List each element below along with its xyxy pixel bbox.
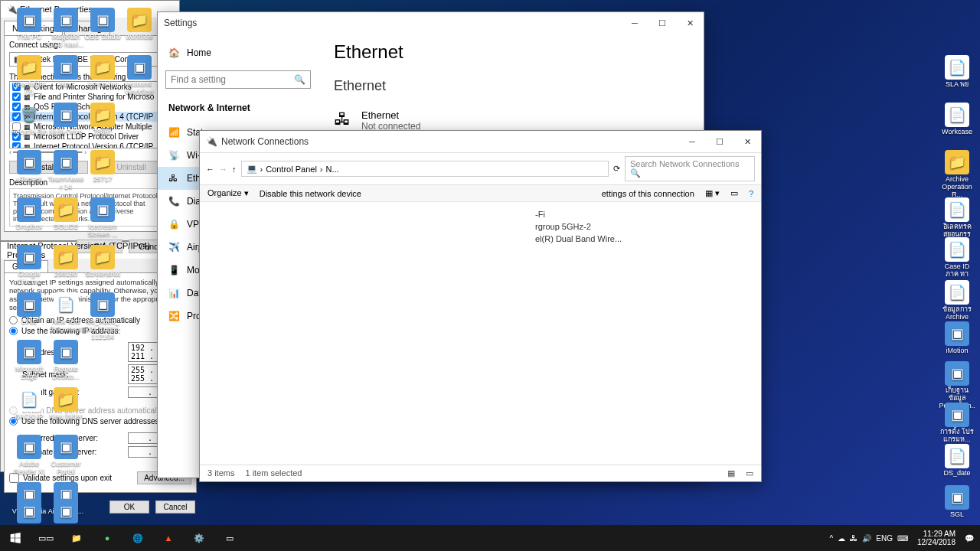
icon-label: This PC (11, 34, 47, 41)
settings-title: Settings (164, 18, 621, 28)
desktop-icon[interactable]: ▣iMotion (939, 321, 975, 355)
icon-label: SLA พย (939, 81, 975, 89)
icon-label: New folder (47, 413, 84, 421)
desktop-icon[interactable]: ▣This PC (11, 8, 47, 41)
desktop-icon[interactable]: 📁workflow (121, 8, 158, 41)
desktop-icon[interactable]: 📁Archive Operation R... (939, 150, 975, 199)
nav-icon: 📶 (168, 127, 179, 138)
search-input[interactable] (171, 74, 294, 85)
desktop-icon[interactable]: ▣Motion4 Workflow (121, 55, 158, 96)
desktop-icon[interactable]: 📁New folder (47, 387, 84, 421)
icon-label: Customer Portal (47, 461, 84, 476)
desktop-icon[interactable]: 📄Case ID ภาค ทา (939, 237, 975, 279)
desktop-icon[interactable]: ▣Multi-Drive (47, 103, 84, 136)
tray-language[interactable]: ENG (876, 534, 893, 543)
netconn-titlebar[interactable]: 🔌 Network Connections ─ ☐ ✕ (200, 131, 761, 152)
icon-glyph: 📄 (17, 387, 41, 412)
tray-volume-icon[interactable]: 🔊 (862, 534, 871, 543)
desktop-icon[interactable]: 📄BACKUP (11, 387, 47, 421)
desktop-icon[interactable]: 📄Workcase (939, 103, 975, 136)
help-icon[interactable]: ? (749, 189, 753, 198)
icon-glyph: 📁 (127, 8, 152, 32)
tray-chevron-icon[interactable]: ^ (830, 534, 834, 543)
tray-ime-icon[interactable]: ⌨ (897, 534, 908, 543)
desktop-icon[interactable]: 🗑️Recycle Bin (11, 103, 47, 136)
desktop-icon[interactable]: ▣Nox (47, 55, 84, 89)
desktop-icon[interactable]: ▣Google Chrome (11, 245, 47, 286)
desktop-icon[interactable]: 📁SGLID2 (47, 197, 84, 231)
icon-label: OBS Studio (84, 34, 121, 41)
minimize-button[interactable]: ─ (678, 131, 706, 152)
close-button[interactable]: ✕ (676, 12, 704, 34)
icon-label: Icecream Screen ... (84, 223, 121, 239)
refresh-button[interactable]: ⟳ (613, 164, 620, 174)
task-view-button[interactable]: ▭▭ (31, 525, 61, 551)
maximize-button[interactable]: ☐ (648, 12, 676, 34)
desktop-icon[interactable]: 📁25717 (84, 150, 121, 184)
organize-menu[interactable]: Organize ▾ (207, 188, 249, 198)
desktop-icon[interactable]: 📁As-run log (84, 55, 121, 89)
minimize-button[interactable]: ─ (621, 12, 648, 34)
tray-network-icon[interactable]: 🖧 (850, 534, 858, 543)
desktop-icon[interactable]: ▣ice_video_201 81224-112104 (84, 292, 121, 341)
desktop-icon[interactable]: ▣Icecream Screen ... (84, 197, 121, 239)
view-large-icon[interactable]: ▭ (746, 468, 753, 478)
start-button[interactable] (0, 525, 31, 551)
up-button[interactable]: ↑ (232, 165, 237, 174)
settings-titlebar[interactable]: Settings ─ ☐ ✕ (158, 12, 704, 34)
desktop-icon[interactable]: 📄SLA พย (939, 55, 975, 89)
nav-home[interactable]: 🏠Home (158, 41, 318, 64)
desktop-icon[interactable]: ▣SGL (939, 485, 975, 519)
desktop-icon[interactable]: 📄ข้อมูลการ Archive (939, 280, 975, 321)
nav-icon: 🔀 (168, 311, 179, 321)
desktop-icon[interactable]: ▣Customer Portal (47, 435, 84, 476)
forward-button[interactable]: → (219, 165, 227, 174)
desktop-icon[interactable]: ▣Remote Deskto... (47, 340, 84, 381)
view-details-icon[interactable]: ▦ (727, 468, 735, 478)
desktop-icon[interactable]: ▣การตั้ง โปรแกรมห... (939, 403, 975, 444)
taskbar-app[interactable]: ● (92, 525, 122, 551)
view-icon[interactable]: ▦ ▾ (705, 188, 720, 198)
taskbar-app[interactable]: 🌐 (122, 525, 153, 551)
tray-onedrive-icon[interactable]: ☁ (838, 534, 845, 543)
taskbar-app[interactable]: 📁 (61, 525, 92, 551)
desktop-icon[interactable]: ▣Microsoft Edge (11, 340, 47, 381)
desktop-icon[interactable]: 📄New Text Document (47, 292, 84, 334)
desktop-icon[interactable]: 📁298160 (47, 245, 84, 279)
desktop-icon[interactable]: ▣TeamViewer 14 (47, 150, 84, 191)
taskbar-app[interactable]: ⚙️ (184, 525, 214, 551)
status-selected: 1 item selected (245, 468, 302, 478)
back-button[interactable]: ← (206, 165, 214, 174)
notifications-icon[interactable]: 💬 (965, 534, 974, 543)
desktop-icon[interactable]: ▣LINE (11, 292, 47, 326)
disable-device[interactable]: Disable this network device (260, 189, 361, 198)
desktop-icon[interactable]: ▣OBS Studio (84, 8, 121, 41)
desktop-icon[interactable]: ▣Magellan CCS Navi... (47, 8, 84, 49)
desktop-icon[interactable]: ▣uTorrent (11, 150, 47, 184)
desktop-icon[interactable]: ▣Dropbox (11, 197, 47, 231)
search-box[interactable]: Search Network Connections 🔍 (625, 156, 755, 181)
desktop-icon[interactable]: 📁Screenshot (84, 245, 121, 279)
clock[interactable]: 11:29 AM 12/24/2018 (913, 530, 960, 546)
settings-search[interactable]: 🔍 (165, 70, 311, 89)
address-bar[interactable]: 💻›Control Panel›N... (241, 161, 609, 177)
desktop-icon[interactable]: 📁78861 (84, 103, 121, 136)
network-item[interactable]: -Fi (535, 208, 755, 220)
icon-glyph: 📁 (945, 150, 969, 174)
network-item[interactable]: rgroup 5GHz-2 (535, 220, 755, 233)
icon-label: ข้อมูลการ Archive (939, 306, 975, 321)
desktop-icon[interactable]: ▣Adobe Reader XI (11, 435, 47, 476)
preview-icon[interactable]: ▭ (730, 188, 738, 198)
maximize-button[interactable]: ☐ (706, 131, 733, 152)
desktop-icon[interactable]: 📄DS_date (939, 444, 975, 478)
ethernet-icon: 🖧 (334, 109, 351, 132)
taskbar-app[interactable]: ▲ (153, 525, 184, 551)
close-button[interactable]: ✕ (733, 131, 761, 152)
taskbar-app[interactable]: ▭ (214, 525, 245, 551)
ethernet-item[interactable]: 🖧 Ethernet Not connected (334, 109, 688, 132)
network-item[interactable]: el(R) Dual Band Wire... (535, 233, 755, 245)
change-settings[interactable]: ettings of this connection (602, 189, 694, 198)
icon-glyph: 📁 (90, 55, 115, 80)
desktop-icon[interactable]: 📁New folder (2) (11, 55, 47, 96)
icon-label: การตั้ง โปรแกรมห... (939, 429, 975, 444)
